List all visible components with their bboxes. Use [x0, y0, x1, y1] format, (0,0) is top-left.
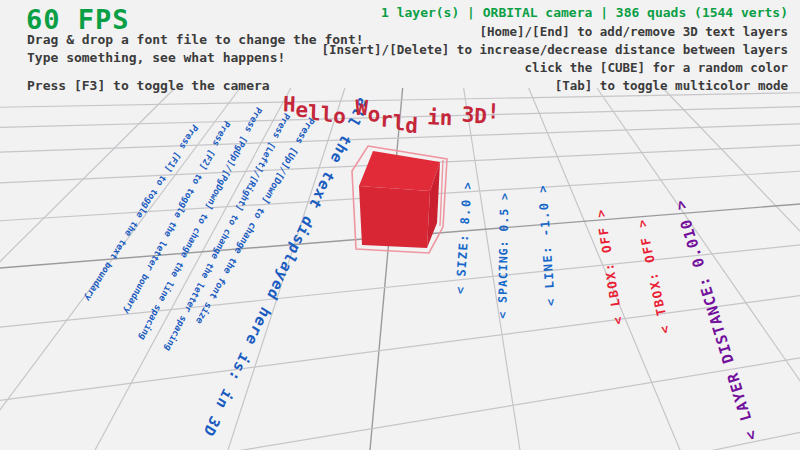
hint-layer-distance: [Insert]/[Delete] to increase/decrease d…: [321, 42, 788, 57]
cube-top-face[interactable]: [359, 151, 440, 191]
fps-counter: 60 FPS: [26, 4, 130, 35]
hint-cube-random-color: click the [CUBE] for a random color: [525, 60, 788, 75]
hint-multicolor-mode: [Tab] to toggle multicolor mode: [555, 78, 788, 93]
status-bar: 1 layer(s) | ORBITAL camera | 386 quads …: [381, 5, 788, 20]
hint-add-remove-layers: [Home]/[End] to add/remove 3D text layer…: [479, 24, 788, 39]
hint-toggle-camera: Press [F3] to toggle the camera: [27, 78, 270, 93]
font-demo-app: all the text displayed here is: in 3D Pr…: [0, 0, 800, 450]
hint-drag-drop-font: Drag & drop a font file to change the fo…: [27, 32, 364, 47]
cube-wireframe-edge: [440, 160, 443, 226]
cube-front-face[interactable]: [359, 186, 430, 248]
hint-type-something: Type something, see what happens!: [27, 50, 285, 65]
